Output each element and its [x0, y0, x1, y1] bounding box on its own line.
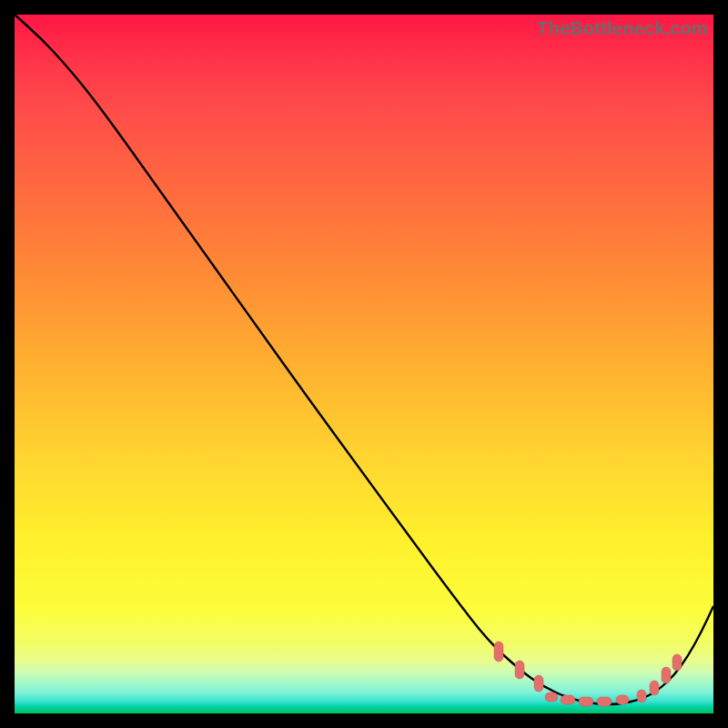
chart-marker: [662, 667, 671, 683]
chart-markers: [494, 642, 682, 706]
chart-marker: [579, 697, 593, 706]
chart-curve: [15, 15, 713, 704]
chart-marker: [545, 693, 558, 702]
chart-marker: [561, 695, 575, 704]
chart-plot-area: TheBottleneck.com: [15, 15, 713, 713]
chart-svg: [15, 15, 713, 713]
chart-marker: [494, 642, 503, 662]
chart-marker: [637, 690, 646, 703]
chart-marker: [650, 681, 659, 695]
chart-marker: [534, 675, 543, 692]
chart-marker: [597, 697, 612, 706]
chart-marker: [515, 661, 524, 679]
chart-marker: [672, 654, 682, 671]
chart-marker: [616, 695, 629, 704]
